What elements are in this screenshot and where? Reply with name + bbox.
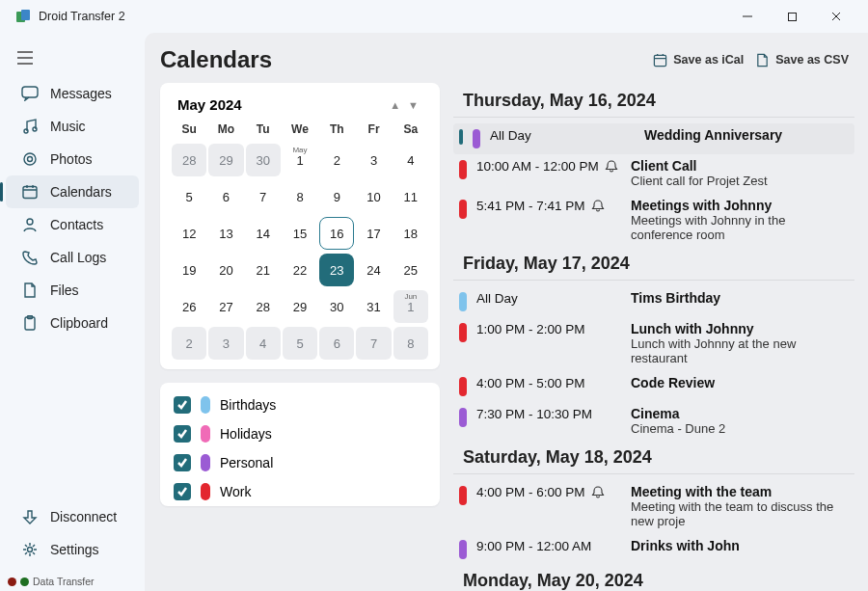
- calendar-filter-birthdays[interactable]: Birthdays: [174, 396, 426, 414]
- event-day-header: Thursday, May 16, 2024: [463, 91, 854, 111]
- sidebar-item-clipboard[interactable]: Clipboard: [6, 307, 139, 339]
- event-day-header: Saturday, May 18, 2024: [463, 447, 854, 468]
- calendar-day-cell[interactable]: 2: [172, 327, 206, 360]
- calendar-day-cell[interactable]: 4: [393, 144, 428, 176]
- event-time: 9:00 PM - 12:00 AM: [476, 539, 621, 553]
- calendar-day-cell[interactable]: 21: [246, 254, 281, 286]
- event-title: Tims Birthday: [631, 290, 851, 306]
- window-minimize-button[interactable]: [725, 1, 770, 32]
- calendar-day-cell[interactable]: 25: [393, 254, 428, 286]
- event-color-pill: [473, 129, 480, 148]
- calendar-day-cell[interactable]: 26: [172, 290, 206, 323]
- calendar-day-cell[interactable]: 22: [283, 254, 317, 286]
- event-time: 7:30 PM - 10:30 PM: [476, 407, 621, 421]
- save-as-csv-button[interactable]: Save as CSV: [749, 49, 854, 71]
- calendar-day-cell[interactable]: 8: [283, 180, 317, 213]
- svg-point-4: [24, 129, 28, 133]
- event-color-pill: [459, 408, 467, 427]
- hamburger-button[interactable]: [0, 40, 145, 75]
- calendar-filter-personal[interactable]: Personal: [174, 454, 426, 471]
- event-description: Client call for Projet Zest: [631, 174, 851, 188]
- calendar-day-cell[interactable]: Jun1: [393, 290, 428, 323]
- calendar-day-cell[interactable]: 4: [246, 327, 281, 360]
- calendar-day-cell[interactable]: 16: [319, 217, 354, 250]
- calendar-filter-work[interactable]: Work: [174, 483, 426, 500]
- separator: [453, 117, 854, 118]
- calendar-day-cell[interactable]: 3: [208, 327, 243, 360]
- calendar-day-cell[interactable]: 5: [172, 180, 206, 213]
- bell-icon: [605, 160, 618, 174]
- calendar-day-cell[interactable]: 27: [208, 290, 243, 323]
- calendar-day-cell[interactable]: 7: [356, 327, 391, 360]
- calendar-day-cell[interactable]: 7: [246, 180, 281, 213]
- sidebar-item-calendars[interactable]: Calendars: [6, 175, 139, 208]
- event-color-pill: [459, 323, 467, 342]
- window-maximize-button[interactable]: [770, 1, 814, 32]
- event-description: Cinema - Dune 2: [631, 421, 851, 436]
- calendar-day-cell[interactable]: 12: [172, 217, 206, 250]
- window-title: Droid Transfer 2: [39, 10, 125, 23]
- sidebar-item-files[interactable]: Files: [6, 274, 139, 307]
- calendar-prev-button[interactable]: ▲: [386, 99, 404, 111]
- calendar-day-cell[interactable]: 19: [172, 254, 206, 286]
- event-row[interactable]: 4:00 PM - 6:00 PM Meeting with the team …: [453, 480, 854, 534]
- event-row[interactable]: 7:30 PM - 10:30 PM Cinema Cinema - Dune …: [453, 402, 854, 442]
- music-icon: [21, 119, 39, 134]
- calendar-day-cell[interactable]: 3: [356, 144, 391, 176]
- calendar-day-cell[interactable]: 30: [319, 290, 354, 323]
- calendar-filter-holidays[interactable]: Holidays: [174, 425, 426, 443]
- calendar-day-cell[interactable]: 24: [356, 254, 391, 286]
- event-row[interactable]: 4:00 PM - 5:00 PM Code Review: [453, 371, 854, 402]
- calendar-day-cell[interactable]: 8: [393, 327, 428, 360]
- color-pill: [201, 396, 210, 414]
- event-row[interactable]: 5:41 PM - 7:41 PM Meetings with Johnny M…: [453, 194, 854, 248]
- event-title: Client Call: [631, 158, 851, 174]
- event-row[interactable]: 10:00 AM - 12:00 PM Client Call Client c…: [453, 154, 854, 194]
- event-title: Meeting with the team: [631, 484, 851, 499]
- calendar-day-cell[interactable]: 10: [356, 180, 391, 213]
- sidebar-bottom-disconnect[interactable]: Disconnect: [6, 500, 139, 533]
- event-row[interactable]: 9:00 PM - 12:00 AM Drinks with John: [453, 534, 854, 565]
- calendar-day-cell[interactable]: 20: [208, 254, 243, 286]
- svg-rect-3: [22, 87, 38, 97]
- sidebar-item-contacts[interactable]: Contacts: [6, 208, 139, 241]
- event-row[interactable]: All Day Wedding Anniversary: [453, 123, 854, 154]
- calendar-day-cell[interactable]: 18: [393, 217, 428, 250]
- calendar-day-cell[interactable]: 28: [172, 144, 206, 176]
- calendar-day-cell[interactable]: 9: [319, 180, 354, 213]
- calendar-day-cell[interactable]: 13: [208, 217, 243, 250]
- calendar-day-cell[interactable]: 6: [319, 327, 354, 360]
- sidebar-bottom-settings[interactable]: Settings: [6, 533, 139, 566]
- filter-label: Holidays: [220, 426, 272, 442]
- calendar-day-cell[interactable]: 28: [246, 290, 281, 323]
- svg-point-9: [27, 219, 33, 225]
- checkbox-icon: [174, 396, 191, 414]
- calendar-day-cell[interactable]: 29: [208, 144, 243, 176]
- calendar-day-cell[interactable]: 31: [356, 290, 391, 323]
- bell-icon: [591, 200, 605, 213]
- calendar-day-cell[interactable]: 2: [319, 144, 354, 176]
- sidebar-item-music[interactable]: Music: [6, 110, 139, 143]
- window-close-button[interactable]: [814, 1, 858, 32]
- calendar-day-cell[interactable]: 14: [246, 217, 281, 250]
- page-title: Calendars: [160, 46, 272, 73]
- save-as-ical-button[interactable]: Save as iCal: [647, 49, 749, 71]
- event-row[interactable]: 1:00 PM - 2:00 PM Lunch with Johnny Lunc…: [453, 317, 854, 371]
- sidebar-item-call-logs[interactable]: Call Logs: [6, 241, 139, 274]
- sidebar-item-photos[interactable]: Photos: [6, 143, 139, 175]
- clipboard-icon: [21, 315, 39, 331]
- calendar-day-cell[interactable]: 29: [283, 290, 317, 323]
- calendar-day-cell[interactable]: 23: [319, 254, 354, 286]
- calendar-day-cell[interactable]: 30: [246, 144, 281, 176]
- event-row[interactable]: All Day Tims Birthday: [453, 286, 854, 317]
- sidebar-item-messages[interactable]: Messages: [6, 77, 139, 110]
- calendar-next-button[interactable]: ▼: [404, 99, 422, 111]
- calendar-day-cell[interactable]: 15: [283, 217, 317, 250]
- calendar-day-cell[interactable]: 11: [393, 180, 428, 213]
- file-icon: [21, 282, 39, 298]
- calendar-day-cell[interactable]: 6: [208, 180, 243, 213]
- month-calendar: May 2024 ▲ ▼ SuMoTuWeThFrSa282930May1234…: [160, 83, 440, 369]
- calendar-day-cell[interactable]: 17: [356, 217, 391, 250]
- calendar-day-cell[interactable]: May1: [283, 144, 317, 176]
- calendar-day-cell[interactable]: 5: [283, 327, 317, 360]
